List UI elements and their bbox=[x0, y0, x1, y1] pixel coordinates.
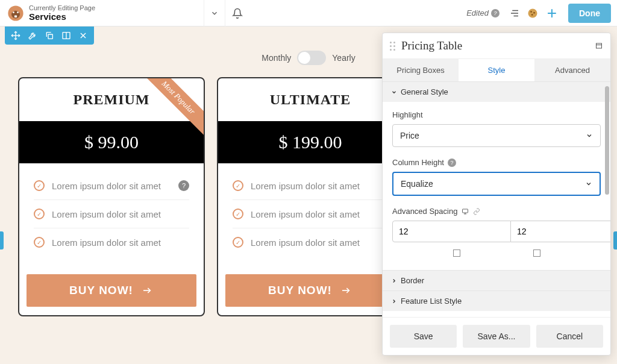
svg-point-3 bbox=[17, 11, 19, 13]
section-feature-list[interactable]: Feature List Style bbox=[383, 290, 610, 311]
feature-item: ✓Lorem ipsum dolor sit amet bbox=[233, 172, 388, 200]
feature-item: ✓Lorem ipsum dolor sit amet bbox=[34, 228, 189, 256]
check-icon: ✓ bbox=[233, 237, 243, 248]
square-icon bbox=[453, 249, 460, 257]
section-general-style[interactable]: General Style bbox=[383, 81, 610, 102]
highlight-select[interactable]: Price bbox=[392, 124, 601, 147]
panel-tabs: Pricing Boxes Style Advanced bbox=[383, 59, 610, 81]
move-icon[interactable] bbox=[7, 29, 24, 42]
toggle-label-right: Yearly bbox=[332, 53, 355, 63]
topbar-left: Currently Editing Page Services bbox=[0, 0, 225, 27]
desktop-icon[interactable] bbox=[461, 208, 469, 215]
feature-list: ✓Lorem ipsum dolor sit amet? ✓Lorem ipsu… bbox=[19, 163, 204, 262]
info-icon[interactable]: ? bbox=[178, 180, 189, 191]
spacing-input-right[interactable] bbox=[511, 221, 610, 242]
close-icon[interactable] bbox=[75, 29, 92, 42]
panel-body: Highlight Price Column Height ? Equalize… bbox=[383, 102, 610, 270]
square-icon bbox=[533, 249, 540, 257]
feature-item: ✓Lorem ipsum dolor sit amet? bbox=[34, 172, 189, 200]
section-border[interactable]: Border bbox=[383, 270, 610, 290]
feature-list: ✓Lorem ipsum dolor sit amet ✓Lorem ipsum… bbox=[218, 163, 402, 262]
svg-point-11 bbox=[531, 14, 533, 16]
chevron-right-icon bbox=[391, 278, 397, 284]
expand-icon[interactable] bbox=[595, 42, 603, 49]
svg-rect-21 bbox=[597, 43, 602, 48]
top-bar: Currently Editing Page Services Edited ?… bbox=[0, 0, 617, 27]
panel-header[interactable]: Pricing Table bbox=[383, 33, 610, 59]
chevron-down-icon bbox=[585, 180, 592, 187]
drag-handle-icon[interactable] bbox=[390, 42, 395, 51]
save-as-button[interactable]: Save As... bbox=[463, 325, 530, 348]
svg-point-10 bbox=[533, 11, 535, 13]
card-title: ULTIMATE bbox=[218, 78, 402, 121]
wrench-icon[interactable] bbox=[24, 29, 41, 42]
scrollbar[interactable] bbox=[605, 86, 609, 319]
title-subtitle: Currently Editing Page bbox=[29, 4, 95, 11]
svg-point-8 bbox=[528, 8, 537, 17]
help-icon[interactable]: ? bbox=[448, 158, 456, 167]
left-handle[interactable] bbox=[0, 231, 4, 249]
chevron-down-icon bbox=[586, 132, 593, 139]
check-icon: ✓ bbox=[233, 180, 243, 191]
element-toolbar bbox=[5, 27, 94, 45]
add-button[interactable]: + bbox=[542, 4, 562, 23]
check-icon: ✓ bbox=[34, 180, 45, 191]
pricing-card-premium[interactable]: Most Popular PREMIUM $ 99.00 ✓Lorem ipsu… bbox=[18, 77, 205, 316]
spacing-input-left[interactable] bbox=[392, 221, 511, 242]
column-height-label: Column Height ? bbox=[392, 158, 601, 167]
buy-button[interactable]: BUY NOW! bbox=[27, 274, 196, 307]
feature-item: ✓Lorem ipsum dolor sit amet bbox=[233, 228, 388, 256]
notifications-icon[interactable] bbox=[225, 8, 249, 19]
advanced-spacing-label: Advanced Spacing bbox=[392, 207, 601, 216]
edited-status: Edited ? bbox=[466, 8, 500, 17]
check-icon: ✓ bbox=[233, 209, 243, 219]
card-price: $ 199.00 bbox=[218, 121, 402, 163]
svg-point-2 bbox=[13, 11, 14, 13]
help-icon[interactable]: ? bbox=[491, 9, 500, 17]
feature-item: ✓Lorem ipsum dolor sit amet bbox=[233, 200, 388, 228]
save-button[interactable]: Save bbox=[390, 325, 457, 348]
check-icon: ✓ bbox=[34, 237, 45, 248]
link-icon[interactable] bbox=[473, 208, 480, 215]
tab-pricing-boxes[interactable]: Pricing Boxes bbox=[383, 59, 459, 81]
svg-rect-23 bbox=[463, 209, 468, 213]
beaver-logo[interactable] bbox=[7, 5, 24, 22]
check-icon: ✓ bbox=[34, 209, 45, 219]
highlight-label: Highlight bbox=[392, 110, 601, 119]
chevron-down-icon bbox=[391, 89, 397, 95]
pricing-card-ultimate[interactable]: ULTIMATE $ 199.00 ✓Lorem ipsum dolor sit… bbox=[217, 77, 404, 316]
panel-title: Pricing Table bbox=[401, 39, 595, 52]
svg-point-9 bbox=[530, 11, 532, 13]
svg-rect-4 bbox=[14, 15, 17, 17]
toggle-label-left: Monthly bbox=[262, 53, 291, 63]
spacing-indicators bbox=[392, 247, 601, 262]
chevron-right-icon bbox=[391, 298, 397, 304]
tab-advanced[interactable]: Advanced bbox=[534, 59, 610, 81]
column-height-select[interactable]: Equalize bbox=[392, 172, 601, 196]
svg-rect-14 bbox=[48, 34, 52, 39]
column-icon[interactable] bbox=[58, 29, 75, 42]
cookie-icon[interactable] bbox=[524, 7, 542, 19]
cancel-button[interactable]: Cancel bbox=[536, 325, 603, 348]
copy-icon[interactable] bbox=[41, 29, 58, 42]
panel-footer: Save Save As... Cancel bbox=[383, 317, 610, 355]
spacing-inputs: px bbox=[392, 221, 601, 242]
tab-style[interactable]: Style bbox=[459, 59, 534, 81]
billing-toggle[interactable] bbox=[297, 51, 326, 65]
page-title-block: Currently Editing Page Services bbox=[29, 4, 100, 22]
buy-button[interactable]: BUY NOW! bbox=[225, 274, 395, 307]
title-dropdown[interactable] bbox=[204, 0, 225, 27]
done-button[interactable]: Done bbox=[568, 4, 611, 23]
arrow-right-icon bbox=[140, 286, 154, 295]
feature-item: ✓Lorem ipsum dolor sit amet bbox=[34, 200, 189, 228]
right-handle[interactable] bbox=[613, 231, 617, 249]
card-price: $ 99.00 bbox=[19, 121, 204, 163]
page-title: Services bbox=[29, 11, 95, 22]
arrow-right-icon bbox=[339, 286, 352, 295]
settings-panel: Pricing Table Pricing Boxes Style Advanc… bbox=[382, 33, 611, 356]
outline-icon[interactable] bbox=[506, 8, 524, 19]
